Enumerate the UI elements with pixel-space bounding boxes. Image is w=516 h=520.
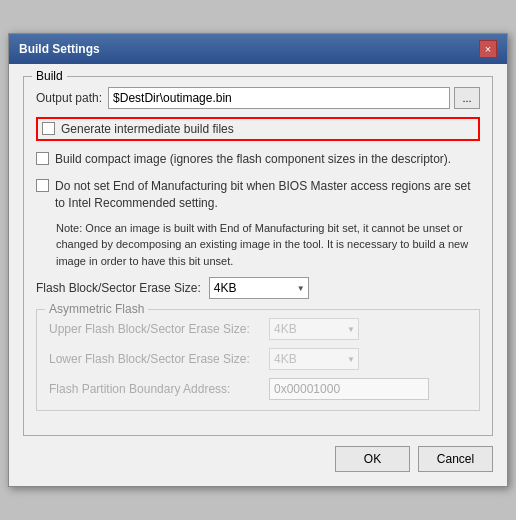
generate-intermediate-label: Generate intermediate build files [61,121,234,138]
lower-erase-dropdown-wrap: 4KB [269,348,359,370]
flash-erase-dropdown[interactable]: 4KB 8KB 64KB [209,277,309,299]
build-group-label: Build [32,69,67,83]
output-path-input[interactable] [108,87,450,109]
build-compact-row: Build compact image (ignores the flash c… [36,149,480,170]
flash-erase-dropdown-wrap: 4KB 8KB 64KB [209,277,309,299]
no-eom-checkbox[interactable] [36,179,49,192]
dialog-title: Build Settings [19,42,100,56]
upper-erase-dropdown: 4KB [269,318,359,340]
no-eom-label: Do not set End of Manufacturing bit when… [55,178,480,212]
build-compact-label: Build compact image (ignores the flash c… [55,151,451,168]
upper-erase-label: Upper Flash Block/Sector Erase Size: [49,322,269,336]
boundary-row: Flash Partition Boundary Address: [49,378,467,400]
output-path-label: Output path: [36,91,102,105]
generate-intermediate-checkbox[interactable] [42,122,55,135]
flash-erase-label: Flash Block/Sector Erase Size: [36,281,201,295]
lower-erase-row: Lower Flash Block/Sector Erase Size: 4KB [49,348,467,370]
browse-button[interactable]: ... [454,87,480,109]
asym-group-label: Asymmetric Flash [45,302,148,316]
boundary-label: Flash Partition Boundary Address: [49,382,269,396]
build-group: Build Output path: ... Generate intermed… [23,76,493,437]
build-compact-checkbox[interactable] [36,152,49,165]
close-button[interactable]: × [479,40,497,58]
flash-erase-row: Flash Block/Sector Erase Size: 4KB 8KB 6… [36,277,480,299]
no-eom-row: Do not set End of Manufacturing bit when… [36,176,480,214]
dialog-body: Build Output path: ... Generate intermed… [9,64,507,487]
lower-erase-label: Lower Flash Block/Sector Erase Size: [49,352,269,366]
button-row: OK Cancel [23,446,493,472]
generate-intermediate-row: Generate intermediate build files [36,117,480,142]
upper-erase-dropdown-wrap: 4KB [269,318,359,340]
output-path-row: Output path: ... [36,87,480,109]
build-settings-dialog: Build Settings × Build Output path: ... … [8,33,508,488]
lower-erase-dropdown: 4KB [269,348,359,370]
note-text: Note: Once an image is built with End of… [56,220,480,270]
asymmetric-flash-group: Asymmetric Flash Upper Flash Block/Secto… [36,309,480,411]
boundary-input [269,378,429,400]
cancel-button[interactable]: Cancel [418,446,493,472]
ok-button[interactable]: OK [335,446,410,472]
upper-erase-row: Upper Flash Block/Sector Erase Size: 4KB [49,318,467,340]
title-bar: Build Settings × [9,34,507,64]
